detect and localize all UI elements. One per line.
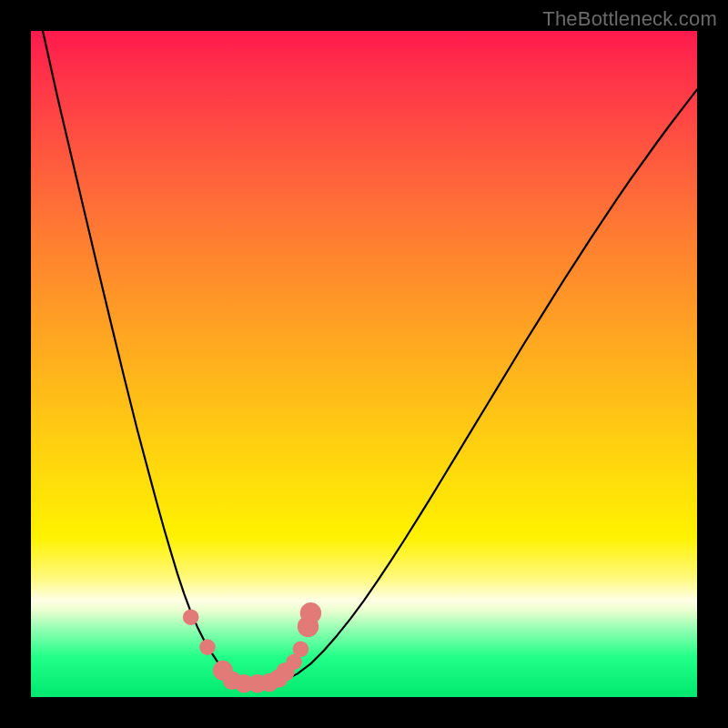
bottleneck-curve	[31, 31, 697, 683]
marker-group	[183, 602, 321, 693]
watermark-text: TheBottleneck.com	[542, 7, 717, 31]
curve-marker	[199, 639, 216, 655]
plot-area	[31, 31, 697, 697]
curve-marker	[293, 642, 309, 658]
chart-svg	[31, 31, 697, 697]
curve-marker	[300, 602, 321, 623]
outer-frame: TheBottleneck.com	[0, 0, 728, 728]
curve-marker	[183, 609, 199, 625]
